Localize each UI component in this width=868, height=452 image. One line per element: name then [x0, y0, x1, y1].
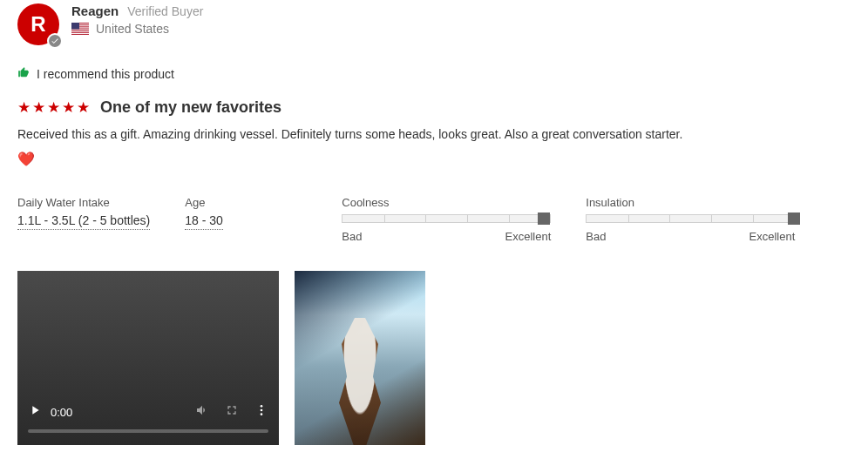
video-progress[interactable] [28, 429, 268, 433]
slider-high: Excellent [749, 230, 796, 243]
slider-label: Insulation [586, 196, 795, 209]
attr-label: Daily Water Intake [17, 196, 150, 209]
attr-age: Age 18 - 30 [185, 196, 307, 243]
review-title: One of my new favorites [100, 98, 281, 117]
svg-point-9 [261, 409, 263, 412]
review-text: Received this as a gift. Amazing drinkin… [17, 127, 682, 141]
review-header: R Reagen Verified Buyer Unite [17, 3, 851, 45]
attr-value: 1.1L - 3.5L (2 - 5 bottles) [17, 213, 150, 230]
svg-rect-7 [71, 23, 79, 30]
video-time: 0:00 [51, 406, 72, 419]
recommend-text: I recommend this product [37, 67, 174, 81]
star-icon: ★ [77, 100, 90, 115]
slider-insulation: Insulation Bad Excellent [586, 196, 795, 243]
star-icon: ★ [17, 100, 31, 115]
star-icon: ★ [47, 100, 60, 115]
title-row: ★ ★ ★ ★ ★ One of my new favorites [17, 98, 851, 117]
slider-thumb [538, 213, 550, 225]
recommend-row: I recommend this product [17, 66, 851, 81]
attr-value: 18 - 30 [185, 213, 223, 230]
star-icon: ★ [62, 100, 75, 115]
attr-daily-water: Daily Water Intake 1.1L - 3.5L (2 - 5 bo… [17, 196, 150, 243]
slider-label: Coolness [342, 196, 551, 209]
reviewer-name: Reagen [71, 3, 119, 18]
star-icon: ★ [32, 100, 45, 115]
verified-check-icon [47, 33, 63, 49]
play-icon[interactable] [28, 403, 42, 421]
video-controls: 0:00 [17, 396, 279, 445]
slider-thumb [788, 213, 800, 225]
review-video[interactable]: 0:00 [17, 271, 279, 445]
media-row: 0:00 Goat [17, 271, 851, 452]
more-icon[interactable] [254, 403, 268, 421]
attribute-row: Daily Water Intake 1.1L - 3.5L (2 - 5 bo… [17, 196, 851, 243]
review-photo[interactable] [295, 271, 425, 445]
svg-rect-6 [71, 33, 89, 34]
svg-point-8 [261, 405, 263, 408]
reviewer-meta: Reagen Verified Buyer United States [71, 3, 203, 36]
review-body: Received this as a gift. Amazing drinkin… [17, 125, 851, 170]
volume-icon[interactable] [195, 403, 209, 421]
slider-low: Bad [342, 230, 362, 243]
reviewer-country: United States [96, 22, 169, 36]
slider-track [586, 214, 795, 223]
flag-icon [71, 23, 89, 35]
svg-point-10 [261, 413, 263, 415]
star-rating: ★ ★ ★ ★ ★ [17, 100, 90, 115]
slider-high: Excellent [505, 230, 552, 243]
avatar: R [17, 3, 59, 45]
slider-coolness: Coolness Bad Excellent [342, 196, 551, 243]
fullscreen-icon[interactable] [225, 403, 239, 421]
slider-track [342, 214, 551, 223]
svg-rect-5 [71, 31, 89, 32]
attr-label: Age [185, 196, 307, 209]
svg-rect-4 [71, 30, 89, 30]
verified-label: Verified Buyer [127, 4, 203, 18]
slider-low: Bad [586, 230, 606, 243]
heart-icon: ❤️ [17, 149, 35, 170]
thumb-up-icon [17, 66, 30, 81]
